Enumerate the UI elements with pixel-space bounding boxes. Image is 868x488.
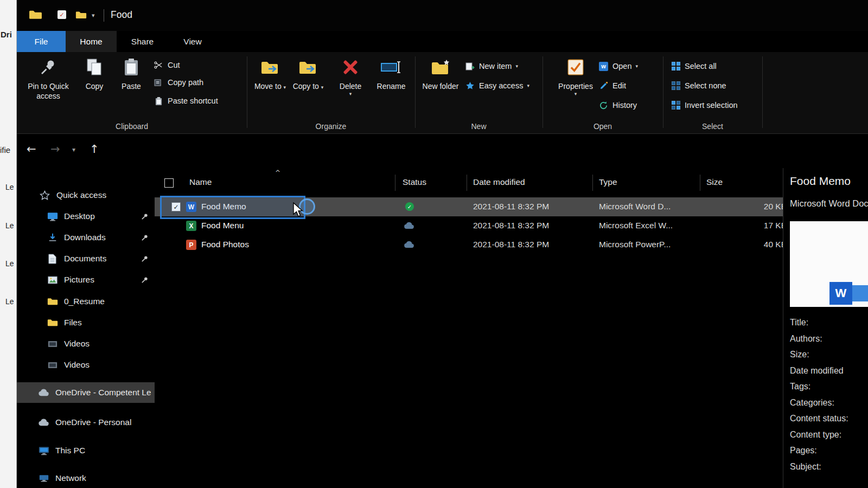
up-button[interactable]: ↑ bbox=[90, 143, 99, 156]
select-none-button[interactable]: Select none bbox=[671, 79, 726, 92]
paste-button[interactable]: Paste bbox=[113, 55, 149, 91]
details-field: Content status: bbox=[790, 410, 848, 427]
sidebar-item-files[interactable]: Files bbox=[17, 313, 155, 332]
button-label: Paste shortcut bbox=[168, 97, 218, 105]
chevron-down-icon: ▾ bbox=[340, 91, 361, 97]
status-cloud-icon bbox=[403, 241, 415, 251]
copy-to-button[interactable]: Copy to ▾ bbox=[290, 55, 326, 92]
group-separator bbox=[247, 56, 247, 128]
sidebar-item-videos[interactable]: Videos bbox=[17, 335, 155, 353]
sidebar-item-label: OneDrive - Competent Learning bbox=[55, 388, 151, 397]
column-header-name[interactable]: Name bbox=[189, 177, 212, 187]
copy-to-icon bbox=[298, 55, 318, 79]
file-date-modified: 2021-08-11 8:32 PM bbox=[473, 221, 549, 230]
sidebar-item-onedrive-business[interactable]: OneDrive - Competent Learning bbox=[17, 382, 155, 403]
new-item-icon bbox=[465, 61, 475, 72]
tab-file[interactable]: File bbox=[17, 31, 66, 52]
history-icon bbox=[598, 100, 609, 111]
recent-locations-chevron[interactable]: ▾ bbox=[72, 146, 75, 153]
tab-share[interactable]: Share bbox=[117, 31, 168, 52]
file-size: 40 KB bbox=[764, 240, 783, 249]
selection-rectangle bbox=[160, 196, 305, 219]
pencil-icon bbox=[598, 81, 609, 91]
open-button[interactable]: w Open ▾ bbox=[598, 60, 638, 73]
file-row-food-photos[interactable]: P Food Photos 2021-08-11 8:32 PM Microso… bbox=[155, 235, 783, 254]
sidebar-item-onedrive-personal[interactable]: OneDrive - Personal bbox=[17, 412, 155, 433]
column-header-status[interactable]: Status bbox=[403, 177, 426, 187]
properties-button[interactable]: Properties▾ bbox=[555, 55, 596, 97]
details-fields: Title: Authors: Size: Date modified Tags… bbox=[790, 314, 848, 474]
details-field: Content type: bbox=[790, 427, 848, 443]
sort-ascending-icon: ^ bbox=[275, 169, 280, 177]
button-label: Select none bbox=[685, 81, 726, 90]
column-header-size[interactable]: Size bbox=[706, 177, 723, 187]
sidebar-item-label: Videos bbox=[64, 339, 90, 349]
copy-button[interactable]: Copy bbox=[78, 55, 111, 91]
copy-path-button[interactable]: Copy path bbox=[154, 76, 203, 89]
sidebar-item-pictures[interactable]: Pictures bbox=[17, 271, 155, 289]
word-logo-icon: W bbox=[829, 282, 852, 305]
sidebar-item-videos[interactable]: Videos bbox=[17, 356, 155, 374]
button-label: Copy bbox=[86, 81, 104, 91]
folder-icon bbox=[46, 318, 59, 327]
quick-access-properties-icon[interactable]: ✓ bbox=[58, 10, 66, 19]
file-name: Food Photos bbox=[201, 240, 249, 249]
delete-button[interactable]: Delete▾ bbox=[333, 55, 368, 97]
column-divider[interactable] bbox=[395, 175, 395, 191]
group-label-new: New bbox=[415, 122, 542, 131]
properties-icon bbox=[567, 55, 584, 79]
select-all-button[interactable]: Select all bbox=[671, 60, 717, 73]
powerpoint-file-icon: P bbox=[186, 240, 196, 250]
column-header-date-modified[interactable]: Date modified bbox=[473, 177, 525, 187]
rename-button[interactable]: Rename bbox=[371, 55, 412, 91]
chevron-down-icon[interactable]: ▾ bbox=[92, 12, 95, 19]
column-divider[interactable] bbox=[592, 175, 593, 191]
edit-button[interactable]: Edit bbox=[598, 79, 626, 92]
cut-button[interactable]: Cut bbox=[154, 59, 180, 72]
background-window-strip: Dri ifie Le Le Le Le bbox=[0, 0, 17, 488]
select-all-checkbox[interactable] bbox=[164, 178, 174, 188]
sidebar-item-label: Videos bbox=[64, 360, 90, 370]
pin-to-quick-access-button[interactable]: Pin to Quick access bbox=[21, 55, 75, 101]
back-button[interactable]: ← bbox=[27, 143, 36, 156]
column-divider[interactable] bbox=[700, 175, 700, 191]
file-size: 20 KB bbox=[764, 202, 783, 211]
background-text-fragment: Dri bbox=[1, 30, 12, 39]
new-folder-button[interactable]: New folder bbox=[422, 55, 459, 91]
background-text-fragment: Le bbox=[5, 183, 14, 191]
onedrive-cloud-icon bbox=[37, 389, 50, 396]
group-separator bbox=[762, 56, 763, 128]
column-headers: ^ Name Status Date modified Type Size bbox=[155, 172, 783, 193]
details-field: Pages: bbox=[790, 442, 848, 459]
sidebar-item-documents[interactable]: Documents bbox=[17, 249, 155, 268]
move-to-button[interactable]: Move to ▾ bbox=[252, 55, 288, 92]
folder-icon[interactable] bbox=[75, 10, 87, 20]
sidebar-item-desktop[interactable]: Desktop bbox=[17, 207, 155, 226]
delete-x-icon bbox=[341, 55, 360, 79]
new-item-button[interactable]: New item ▾ bbox=[465, 60, 518, 73]
forward-button[interactable]: → bbox=[50, 143, 60, 156]
sidebar-item-0-resume[interactable]: 0_Resume bbox=[17, 292, 155, 311]
sidebar-item-quick-access[interactable]: Quick access bbox=[17, 186, 155, 204]
invert-selection-button[interactable]: Invert selection bbox=[671, 99, 738, 112]
details-pane: Food Memo Microsoft Word Document W Titl… bbox=[783, 168, 868, 488]
column-header-type[interactable]: Type bbox=[599, 177, 617, 187]
history-button[interactable]: History bbox=[598, 99, 637, 112]
button-label: Cut bbox=[168, 61, 180, 69]
video-icon bbox=[46, 340, 59, 348]
folder-icon[interactable] bbox=[29, 9, 42, 20]
background-text-fragment: Le bbox=[5, 221, 14, 230]
column-divider[interactable] bbox=[467, 175, 467, 191]
sidebar-item-downloads[interactable]: Downloads bbox=[17, 228, 155, 247]
paste-shortcut-button[interactable]: Paste shortcut bbox=[154, 94, 218, 107]
sidebar-item-label: Downloads bbox=[64, 233, 106, 242]
tab-home[interactable]: Home bbox=[66, 31, 117, 52]
tab-view[interactable]: View bbox=[168, 31, 217, 52]
sidebar-item-network[interactable]: Network bbox=[17, 468, 155, 488]
sidebar-item-this-pc[interactable]: This PC bbox=[17, 440, 155, 461]
easy-access-button[interactable]: Easy access ▾ bbox=[465, 79, 529, 92]
paste-icon bbox=[123, 55, 139, 79]
window-title: Food bbox=[111, 9, 132, 21]
file-row-food-menu[interactable]: X Food Menu 2021-08-11 8:32 PM Microsoft… bbox=[155, 216, 783, 235]
pin-icon bbox=[141, 276, 148, 286]
